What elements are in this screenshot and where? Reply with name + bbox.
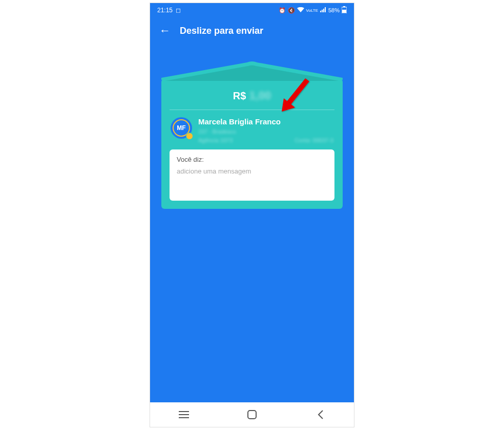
notification-icon: ◻ bbox=[176, 7, 181, 14]
avatar-badge-icon bbox=[186, 133, 193, 140]
status-time: 21:15 bbox=[157, 7, 173, 14]
currency-label: R$ bbox=[233, 90, 246, 102]
envelope-flap-decoration bbox=[161, 59, 343, 81]
transfer-card[interactable]: R$ 1,00 MF Marcela Briglia Franco 237 · … bbox=[161, 79, 343, 209]
lte-label: VoLTE bbox=[306, 8, 318, 13]
svg-rect-2 bbox=[342, 10, 346, 13]
recipient-bank: 237 · Bradesco bbox=[198, 127, 333, 136]
amount-row: R$ 1,00 bbox=[170, 89, 334, 110]
recents-button[interactable] bbox=[177, 407, 191, 422]
battery-icon bbox=[342, 6, 347, 14]
svg-rect-6 bbox=[248, 411, 256, 419]
signal-icon bbox=[320, 7, 326, 13]
app-header: ← Deslize para enviar bbox=[150, 17, 354, 44]
back-arrow-icon[interactable]: ← bbox=[159, 24, 171, 37]
message-placeholder: adicione uma mensagem bbox=[177, 167, 327, 175]
mute-icon: 🔇 bbox=[288, 7, 295, 14]
message-label: Você diz: bbox=[177, 156, 327, 163]
recipient-agency: Agência 1073 bbox=[198, 136, 233, 145]
home-button[interactable] bbox=[245, 407, 259, 422]
recipient-account: Conta: 00037-3 bbox=[295, 136, 333, 145]
page-title: Deslize para enviar bbox=[180, 26, 263, 36]
phone-frame: 21:15 ◻ ⏰ 🔇 VoLTE 58% ← Deslize para env… bbox=[150, 3, 354, 427]
wifi-icon bbox=[297, 7, 304, 13]
recipient-name: Marcela Briglia Franco bbox=[198, 117, 333, 126]
alarm-icon: ⏰ bbox=[279, 7, 286, 14]
app-body: R$ 1,00 MF Marcela Briglia Franco 237 · … bbox=[150, 44, 354, 402]
message-input[interactable]: Você diz: adicione uma mensagem bbox=[170, 149, 334, 201]
avatar: MF bbox=[171, 117, 192, 139]
android-nav-bar bbox=[150, 402, 354, 427]
amount-value: 1,00 bbox=[249, 89, 271, 102]
status-bar: 21:15 ◻ ⏰ 🔇 VoLTE 58% bbox=[150, 3, 354, 17]
back-button[interactable] bbox=[313, 407, 327, 422]
recipient-row: MF Marcela Briglia Franco 237 · Bradesco… bbox=[170, 110, 334, 149]
battery-percentage: 58% bbox=[328, 7, 340, 13]
